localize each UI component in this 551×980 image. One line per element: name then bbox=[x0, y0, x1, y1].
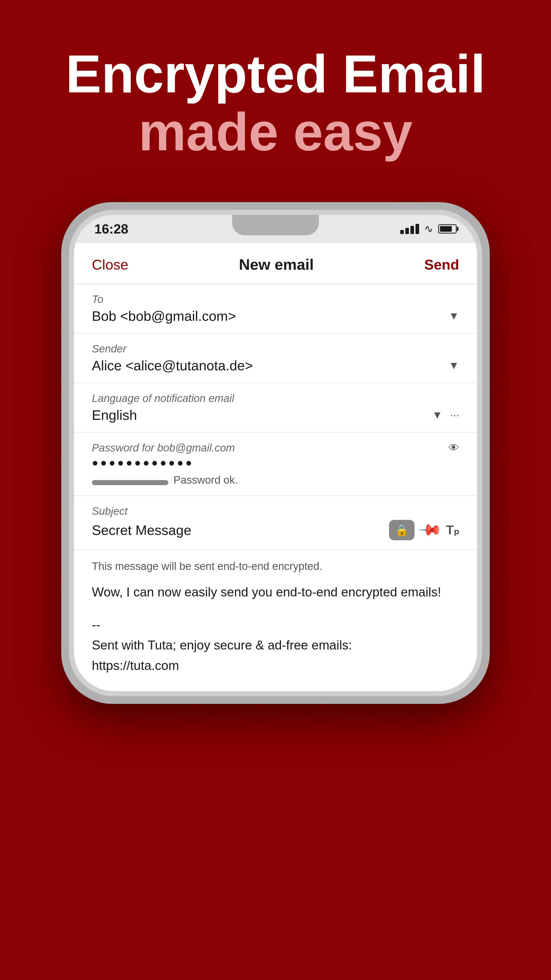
lang-label: Language of notification email bbox=[92, 392, 459, 404]
lang-dropdown-icon[interactable]: ▼ bbox=[432, 409, 443, 421]
subject-field-group: Subject Secret Message 🔒 📌 Tₚ bbox=[74, 496, 477, 550]
send-button[interactable]: Send bbox=[424, 256, 459, 273]
to-dropdown-icon[interactable]: ▼ bbox=[448, 310, 459, 322]
phone-inner: 16:28 ∿ bbox=[69, 210, 482, 696]
password-strength-row: Password ok. bbox=[92, 474, 459, 486]
password-label-row: Password for bob@gmail.com 👁 bbox=[92, 442, 459, 454]
message-text[interactable]: Wow, I can now easily send you end-to-en… bbox=[92, 583, 459, 602]
battery-icon bbox=[438, 224, 457, 234]
lang-value[interactable]: English bbox=[92, 407, 137, 423]
signal-bar-1 bbox=[400, 230, 404, 234]
subject-row: Secret Message 🔒 📌 Tₚ bbox=[92, 520, 459, 540]
encrypted-notice: This message will be sent end-to-end enc… bbox=[92, 560, 459, 573]
subject-value[interactable]: Secret Message bbox=[92, 522, 191, 538]
sender-label: Sender bbox=[92, 343, 459, 355]
sender-dropdown-icon[interactable]: ▼ bbox=[448, 360, 459, 372]
password-label: Password for bob@gmail.com bbox=[92, 442, 235, 454]
battery-fill bbox=[440, 226, 452, 232]
lock-button[interactable]: 🔒 bbox=[389, 520, 414, 540]
status-icons: ∿ bbox=[400, 223, 457, 235]
signature-line2: Sent with Tuta; enjoy secure & ad-free e… bbox=[92, 635, 459, 655]
hero-title-main: Encrypted Email bbox=[21, 46, 530, 102]
text-size-icon[interactable]: Tₚ bbox=[446, 523, 459, 538]
message-body: This message will be sent end-to-end enc… bbox=[74, 550, 477, 691]
subject-label: Subject bbox=[92, 505, 459, 517]
phone-mockup: 16:28 ∿ bbox=[61, 202, 490, 704]
compose-title: New email bbox=[239, 256, 313, 273]
status-bar: 16:28 ∿ bbox=[74, 215, 477, 243]
phone-screen: 16:28 ∿ bbox=[74, 215, 477, 691]
message-signature: -- Sent with Tuta; enjoy secure & ad-fre… bbox=[92, 614, 459, 676]
sender-field-row: Alice <alice@tutanota.de> ▼ bbox=[92, 358, 459, 373]
close-button[interactable]: Close bbox=[92, 256, 128, 273]
wifi-icon: ∿ bbox=[424, 223, 433, 235]
to-value[interactable]: Bob <bob@gmail.com> bbox=[92, 308, 236, 324]
hero-title-sub: made easy bbox=[21, 102, 530, 161]
password-strength-bar bbox=[92, 480, 168, 485]
hero-section: Encrypted Email made easy bbox=[0, 0, 551, 187]
signal-bar-4 bbox=[416, 224, 419, 234]
signal-bars-icon bbox=[400, 224, 419, 234]
signal-bar-2 bbox=[405, 228, 409, 234]
to-field-row: Bob <bob@gmail.com> ▼ bbox=[92, 308, 459, 324]
lang-field-row: English ▼ ··· bbox=[92, 407, 459, 423]
password-show-icon[interactable]: 👁 bbox=[448, 442, 459, 454]
status-time: 16:28 bbox=[94, 221, 128, 237]
password-ok-text: Password ok. bbox=[173, 474, 238, 486]
email-compose: Close New email Send To Bob <bob@gmail.c… bbox=[74, 243, 477, 691]
phone-outer: 16:28 ∿ bbox=[61, 202, 490, 704]
compose-header: Close New email Send bbox=[74, 243, 477, 284]
lang-field-group: Language of notification email English ▼… bbox=[74, 383, 477, 433]
to-field-group: To Bob <bob@gmail.com> ▼ bbox=[74, 284, 477, 334]
sender-field-group: Sender Alice <alice@tutanota.de> ▼ bbox=[74, 334, 477, 383]
password-value-row: ●●●●●●●●●●●● bbox=[92, 457, 459, 469]
to-label: To bbox=[92, 293, 459, 305]
lang-icons: ▼ ··· bbox=[432, 409, 459, 421]
notch bbox=[232, 215, 319, 235]
signal-bar-3 bbox=[410, 226, 414, 234]
password-field-group: Password for bob@gmail.com 👁 ●●●●●●●●●●●… bbox=[74, 433, 477, 496]
signature-line1: -- bbox=[92, 614, 459, 635]
password-dots[interactable]: ●●●●●●●●●●●● bbox=[92, 457, 194, 469]
lang-more-icon[interactable]: ··· bbox=[450, 409, 459, 421]
attachment-icon[interactable]: 📌 bbox=[417, 517, 443, 543]
sender-value[interactable]: Alice <alice@tutanota.de> bbox=[92, 358, 253, 373]
subject-icons: 🔒 📌 Tₚ bbox=[389, 520, 459, 540]
lock-icon: 🔒 bbox=[395, 523, 409, 537]
signature-line3: https://tuta.com bbox=[92, 655, 459, 676]
